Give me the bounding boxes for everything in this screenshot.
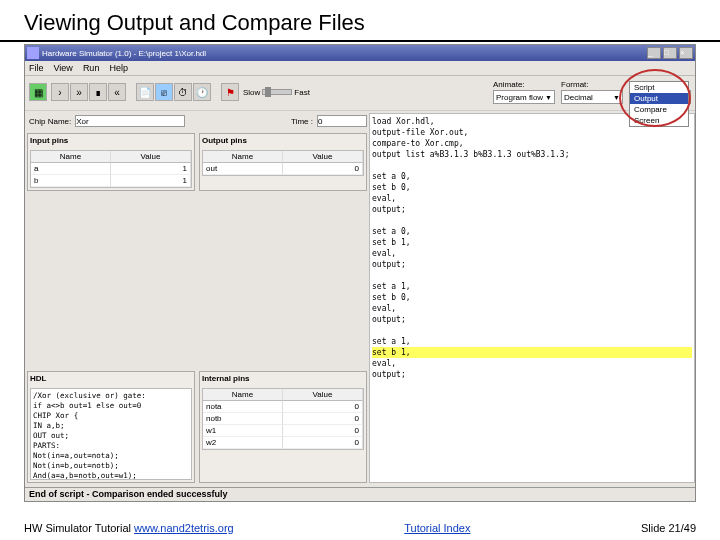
chip-name-label: Chip Name: bbox=[29, 117, 71, 126]
view-option-script[interactable]: Script bbox=[630, 82, 688, 93]
hdl-title: HDL bbox=[30, 374, 192, 386]
output-pins-panel: Output pins NameValue out0 bbox=[199, 133, 367, 191]
fast-label: Fast bbox=[294, 88, 310, 97]
close-button[interactable]: × bbox=[679, 47, 693, 59]
chevron-down-icon: ▼ bbox=[613, 94, 620, 101]
hdl-text: /Xor (exclusive or) gate:if a<>b out=1 e… bbox=[30, 388, 192, 480]
link-nand2tetris[interactable]: www.nand2tetris.org bbox=[134, 522, 234, 534]
table-row: a1 bbox=[31, 163, 191, 175]
chip-name-input[interactable] bbox=[75, 115, 185, 127]
run-button[interactable]: » bbox=[70, 83, 88, 101]
eval-button[interactable]: ⏱ bbox=[174, 83, 192, 101]
table-row: w20 bbox=[203, 437, 363, 449]
menu-help[interactable]: Help bbox=[109, 63, 128, 73]
table-row: notb0 bbox=[203, 413, 363, 425]
table-row: w10 bbox=[203, 425, 363, 437]
minimize-button[interactable]: _ bbox=[647, 47, 661, 59]
menu-run[interactable]: Run bbox=[83, 63, 100, 73]
flag-icon[interactable]: ⚑ bbox=[221, 83, 239, 101]
script-box[interactable]: load Xor.hdl,output-file Xor.out,compare… bbox=[369, 113, 695, 483]
status-bar: End of script - Comparison ended success… bbox=[25, 487, 695, 501]
window-title: Hardware Simulator (1.0) - E:\project 1\… bbox=[42, 49, 206, 58]
speed-slider[interactable]: Slow Fast bbox=[243, 88, 310, 97]
app-icon bbox=[27, 47, 39, 59]
footer-left: HW Simulator Tutorial www.nand2tetris.or… bbox=[24, 522, 234, 534]
internal-pins-panel: Internal pins NameValue nota0 notb0 w10 … bbox=[199, 371, 367, 483]
animate-dropdown[interactable]: Program flow▼ bbox=[493, 90, 555, 104]
time-input[interactable] bbox=[317, 115, 367, 127]
time-label: Time : bbox=[291, 117, 313, 126]
table-row: out0 bbox=[203, 163, 363, 175]
screen-button[interactable]: ⎚ bbox=[155, 83, 173, 101]
view-option-screen[interactable]: Screen bbox=[630, 115, 688, 126]
menu-view[interactable]: View bbox=[54, 63, 73, 73]
slide-number: Slide 21/49 bbox=[641, 522, 696, 534]
table-row: nota0 bbox=[203, 401, 363, 413]
input-pins-panel: Input pins NameValue a1 b1 bbox=[27, 133, 195, 191]
menu-file[interactable]: File bbox=[29, 63, 44, 73]
slide-title: Viewing Output and Compare Files bbox=[0, 0, 720, 42]
app-window: Hardware Simulator (1.0) - E:\project 1\… bbox=[24, 44, 696, 502]
format-label: Format: bbox=[561, 80, 623, 89]
slide-footer: HW Simulator Tutorial www.nand2tetris.or… bbox=[24, 522, 696, 534]
view-options-list[interactable]: Script Output Compare Screen bbox=[629, 81, 689, 127]
chip-bar: Chip Name: Time : bbox=[27, 113, 367, 131]
view-option-compare[interactable]: Compare bbox=[630, 104, 688, 115]
maximize-button[interactable]: □ bbox=[663, 47, 677, 59]
view-option-output[interactable]: Output bbox=[630, 93, 688, 104]
titlebar: Hardware Simulator (1.0) - E:\project 1\… bbox=[25, 45, 695, 61]
chevron-down-icon: ▼ bbox=[545, 94, 552, 101]
stop-button[interactable]: ∎ bbox=[89, 83, 107, 101]
internal-pins-title: Internal pins bbox=[202, 374, 364, 386]
menubar: File View Run Help bbox=[25, 61, 695, 76]
input-pins-title: Input pins bbox=[30, 136, 192, 148]
output-pins-title: Output pins bbox=[202, 136, 364, 148]
clock-button[interactable]: 🕐 bbox=[193, 83, 211, 101]
step-button[interactable]: › bbox=[51, 83, 69, 101]
reset-button[interactable]: « bbox=[108, 83, 126, 101]
table-row: b1 bbox=[31, 175, 191, 187]
animate-label: Animate: bbox=[493, 80, 555, 89]
script-button[interactable]: 📄 bbox=[136, 83, 154, 101]
format-dropdown[interactable]: Decimal▼ bbox=[561, 90, 623, 104]
link-tutorial-index[interactable]: Tutorial Index bbox=[404, 522, 470, 534]
toolbar: ▦ › » ∎ « 📄 ⎚ ⏱ 🕐 ⚑ Slow Fast Animate: P… bbox=[25, 76, 695, 111]
hdl-panel: HDL /Xor (exclusive or) gate:if a<>b out… bbox=[27, 371, 195, 483]
slow-label: Slow bbox=[243, 88, 260, 97]
chip-icon[interactable]: ▦ bbox=[29, 83, 47, 101]
